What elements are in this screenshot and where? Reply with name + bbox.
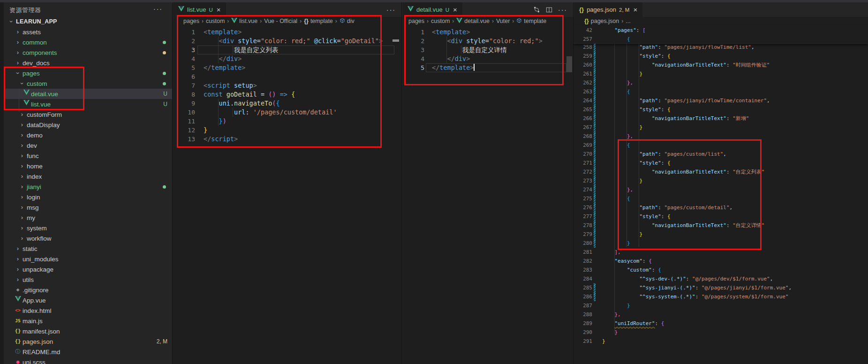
tree-item-main-js[interactable]: JSmain.js xyxy=(4,316,172,326)
more-actions-icon[interactable]: ··· xyxy=(153,5,163,13)
code-line: } xyxy=(602,230,642,239)
close-icon[interactable]: × xyxy=(633,6,637,14)
tree-item-unpackage[interactable]: ›unpackage xyxy=(4,264,172,274)
tree-item-login[interactable]: ›login xyxy=(4,192,172,202)
scrollbar-slider[interactable] xyxy=(566,56,572,72)
line-number: 283 xyxy=(580,265,592,274)
tree-item-label: main.js xyxy=(23,318,43,325)
code-token: { xyxy=(649,258,652,264)
tree-item-label: system xyxy=(27,225,47,232)
tree-item-label: manifest.json xyxy=(23,328,60,335)
gutter-modified-marker xyxy=(594,292,596,301)
breadcrumb: {}pages.json›... xyxy=(574,17,868,25)
tree-item-label: index.html xyxy=(23,307,52,314)
tree-item-uni-scss[interactable]: ●uni.scss xyxy=(4,357,172,364)
code-area[interactable]: 1<template>2 <div style="color: red;">3 … xyxy=(402,2,573,364)
code-token: goDetail xyxy=(226,91,257,98)
tree-item-app-vue[interactable]: App.vue xyxy=(4,295,172,305)
tree-item-assets[interactable]: ›assets xyxy=(4,27,172,37)
tree-item-uni-modules[interactable]: ›uni_modules xyxy=(4,254,172,264)
tree-item-list-vue[interactable]: list.vueU xyxy=(4,99,172,109)
tree-item-common[interactable]: ›common xyxy=(4,37,172,47)
gutter-modified-marker xyxy=(594,283,596,292)
tree-item-utils[interactable]: ›utils xyxy=(4,274,172,285)
tree-item-workflow[interactable]: ›workflow xyxy=(4,233,172,243)
code-token: : xyxy=(686,276,692,282)
code-token xyxy=(257,91,261,98)
tab-pages-json[interactable]: {} pages.json 2, M × xyxy=(574,2,642,17)
code-token: "easycom" xyxy=(615,258,643,264)
tree-item-components[interactable]: ›components xyxy=(4,47,172,58)
tree-item-dev[interactable]: ›dev xyxy=(4,140,172,151)
tree-item-home[interactable]: ›home xyxy=(4,161,172,171)
code-token: "path" xyxy=(639,151,658,157)
git-status-badge: 2, M xyxy=(157,338,167,345)
tree-item-pages[interactable]: ›pages xyxy=(4,68,172,78)
code-area[interactable]: 1<template>2 <div style="color: red;" @c… xyxy=(173,2,401,364)
tree-item-learun-app[interactable]: ›LEARUN_APP xyxy=(4,16,172,27)
string-token: '/pages/custom/detail' xyxy=(253,108,337,116)
code-line: "uniIdRouter": { xyxy=(602,319,664,328)
line-number: 278 xyxy=(580,221,592,230)
code-token: , xyxy=(788,285,792,291)
breadcrumb-segment[interactable]: ... xyxy=(626,18,630,24)
code-area[interactable]: 258 "path": "pages/jianyi/flowTime/list"… xyxy=(574,44,868,364)
line-number: 268 xyxy=(580,132,592,141)
breadcrumb-segment[interactable]: {}pages.json xyxy=(584,18,619,24)
tree-item-index-html[interactable]: <>index.html xyxy=(4,305,172,316)
code-token: = xyxy=(485,37,489,45)
gutter-modified-marker xyxy=(594,78,596,87)
tree-item-manifest-json[interactable]: {}manifest.json xyxy=(4,326,172,336)
code-line: "^sys-dev-(.*)": "@/pages/dev/$1/form.vu… xyxy=(602,274,773,283)
sidebar-edge xyxy=(0,2,4,364)
tree-item-index[interactable]: ›index xyxy=(4,171,172,182)
overview-ruler-marker xyxy=(392,39,399,42)
code-token: } xyxy=(219,117,223,125)
code-token: { xyxy=(627,36,630,42)
tree-item-my[interactable]: ›my xyxy=(4,212,172,223)
tree-item-label: index xyxy=(27,173,42,180)
tree-item-system[interactable]: ›system xyxy=(4,223,172,233)
line-number: 5 xyxy=(410,63,424,72)
tree-item--gitignore[interactable]: ◆.gitignore xyxy=(4,285,172,295)
tree-item-func[interactable]: ›func xyxy=(4,151,172,161)
git-status-dot xyxy=(163,41,166,44)
tree-item-customform[interactable]: ›customForm xyxy=(4,109,172,120)
tree-item-custom[interactable]: ›custom xyxy=(4,78,172,89)
chevron-right-icon: › xyxy=(18,192,26,202)
tree-item-msg[interactable]: ›msg xyxy=(4,202,172,212)
line-number: 263 xyxy=(580,87,592,96)
code-token: { xyxy=(276,99,279,107)
line-number: 271 xyxy=(580,159,592,167)
code-token: { xyxy=(627,89,630,95)
code-token: : xyxy=(726,115,732,121)
code-token: 我是自定义详情 xyxy=(432,46,507,53)
code-token: < xyxy=(204,28,207,36)
chevron-right-icon: › xyxy=(14,243,22,254)
code-line: { xyxy=(602,194,630,203)
tree-item-jianyi[interactable]: ›jianyi xyxy=(4,182,172,192)
string-token: "自定义列表" xyxy=(732,169,764,175)
code-token: const xyxy=(204,91,223,98)
js-icon: JS xyxy=(15,318,20,323)
string-token: "color: red;" xyxy=(489,37,539,45)
tree-item-label: .gitignore xyxy=(23,287,49,294)
breadcrumb-label: pages.json xyxy=(591,18,619,24)
tree-item-label: unpackage xyxy=(23,266,53,273)
string-token: "@/pages/jianyi/$1/form.vue" xyxy=(702,285,788,291)
line-number: 273 xyxy=(580,176,592,185)
tree-item-dev-docs[interactable]: ›dev_docs xyxy=(4,58,172,68)
code-token: => xyxy=(280,91,287,98)
line-number: 285 xyxy=(580,283,592,292)
tree-item-pages-json[interactable]: {}pages.json2, M xyxy=(4,336,172,347)
tree-item-readme-md[interactable]: ⓘREADME.md xyxy=(4,347,172,357)
code-token: > xyxy=(253,82,257,89)
code-line: } xyxy=(602,301,630,310)
tree-item-detail-vue[interactable]: detail.vueU xyxy=(4,89,172,99)
tree-item-datadisplay[interactable]: ›dataDisplay xyxy=(4,120,172,130)
gutter-modified-marker xyxy=(594,132,596,141)
sticky-scroll[interactable]: 42 "pages": [257 { xyxy=(574,25,868,44)
tree-item-demo[interactable]: ›demo xyxy=(4,130,172,140)
code-token: { xyxy=(658,267,661,273)
tree-item-static[interactable]: ›static xyxy=(4,243,172,254)
